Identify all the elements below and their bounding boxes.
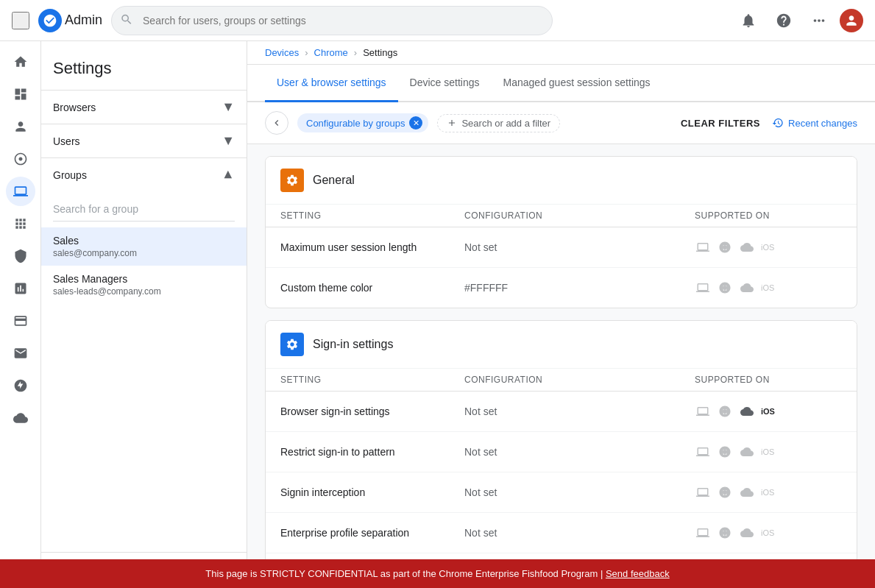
browsers-label: Browsers	[53, 102, 96, 113]
users-section-header[interactable]: Users ▼	[41, 124, 247, 157]
sidenav-reports[interactable]	[6, 274, 35, 303]
main-layout: Settings Browsers ▼ Users ▼ Groups ▼ Sal…	[0, 41, 875, 588]
ios-label: iOS	[761, 243, 774, 252]
breadcrumb-sep-2: ›	[354, 47, 357, 58]
search-input[interactable]	[111, 6, 553, 35]
filter-chip-close-button[interactable]: ✕	[409, 116, 422, 130]
confidential-text: This page is STRICTLY CONFIDENTIAL as pa…	[205, 568, 436, 579]
sidenav-support[interactable]	[6, 371, 35, 400]
cloud-icon	[739, 484, 755, 500]
table-row[interactable]: Maximum user session length Not set	[266, 227, 857, 268]
ios-label: iOS	[761, 447, 774, 456]
sidenav-email[interactable]	[6, 339, 35, 368]
signin-section-icon	[280, 333, 304, 356]
setting-value: #FFFFFF	[464, 282, 695, 294]
sidenav-devices[interactable]	[6, 177, 35, 206]
table-row[interactable]: Restrict sign-in to pattern Not set	[266, 432, 857, 472]
group-item-sales-managers[interactable]: Sales Managers sales-leads@company.com	[41, 266, 247, 304]
tab-managed-guest[interactable]: Managed guest session settings	[492, 65, 662, 102]
browsers-section-header[interactable]: Browsers ▼	[41, 90, 247, 124]
platform-icons: iOS	[695, 239, 842, 255]
sidenav-target[interactable]	[6, 144, 35, 174]
apps-button[interactable]	[804, 6, 834, 35]
add-filter-label: Search or add a filter	[461, 118, 550, 129]
sidenav-apps[interactable]	[6, 209, 35, 238]
filter-bar: Configurable by groups ✕ Search or add a…	[247, 102, 875, 144]
setting-value: Not set	[464, 241, 695, 253]
signin-settings-table: Setting Configuration Supported on Brows…	[266, 369, 857, 588]
confidential-bar: This page is STRICTLY CONFIDENTIAL as pa…	[0, 559, 875, 588]
ios-label: iOS	[761, 528, 774, 537]
platform-icons: iOS	[695, 525, 842, 541]
settings-title: Settings	[41, 41, 247, 90]
setting-name: Custom theme color	[280, 282, 464, 294]
table-row[interactable]: Signin interception Not set	[266, 472, 857, 513]
signin-col-setting: Setting	[280, 375, 464, 385]
sidenav-users[interactable]	[6, 112, 35, 141]
tabs-bar: User & browser settings Device settings …	[247, 65, 875, 102]
users-chevron-icon: ▼	[222, 133, 235, 149]
sidenav-home[interactable]	[6, 47, 35, 77]
signin-col-config: Configuration	[464, 375, 695, 385]
chromeos-icon	[717, 484, 733, 500]
sidenav-dashboard[interactable]	[6, 79, 35, 109]
ios-label: iOS	[761, 283, 774, 292]
search-icon	[120, 13, 133, 28]
table-row[interactable]: Browser sign-in settings Not set	[266, 392, 857, 432]
tab-user-browser[interactable]: User & browser settings	[265, 65, 398, 102]
sidenav-payment[interactable]	[6, 306, 35, 336]
setting-value: Not set	[464, 446, 695, 458]
chromeos-icon	[717, 239, 733, 255]
breadcrumb-devices[interactable]: Devices	[265, 47, 299, 58]
notifications-button[interactable]	[734, 6, 763, 35]
breadcrumb: Devices › Chrome › Settings	[247, 41, 875, 65]
history-icon	[772, 117, 784, 129]
general-section-title: General	[313, 174, 355, 187]
groups-section-header[interactable]: Groups ▼	[41, 157, 247, 191]
setting-name: Browser sign-in settings	[280, 405, 464, 417]
filter-chip-label: Configurable by groups	[306, 118, 405, 129]
group-email: sales@company.com	[53, 248, 235, 258]
collapse-panel-button[interactable]	[265, 111, 288, 135]
ios-label: iOS	[761, 407, 775, 416]
confidential-separator: |	[601, 568, 603, 579]
group-list: Sales sales@company.com Sales Managers s…	[41, 227, 247, 304]
setting-name: Maximum user session length	[280, 241, 464, 253]
laptop-icon	[695, 280, 711, 296]
chromeos-icon	[717, 280, 733, 296]
fishfood-link[interactable]: Chrome Enterprise Fishfood Program	[439, 568, 598, 579]
add-filter-button[interactable]: Search or add a filter	[437, 114, 560, 132]
platform-icons: iOS	[695, 484, 842, 500]
signin-title-bar: Sign-in settings	[266, 321, 857, 369]
user-avatar[interactable]	[840, 9, 863, 32]
send-feedback-button[interactable]: Send feedback	[606, 568, 670, 579]
sidenav-security[interactable]	[6, 241, 35, 271]
sidenav-cloud[interactable]	[6, 403, 35, 433]
group-item-sales[interactable]: Sales sales@company.com	[41, 227, 247, 266]
laptop-icon	[695, 525, 711, 541]
table-row[interactable]: Custom theme color #FFFFFF	[266, 268, 857, 308]
group-search-input[interactable]	[53, 197, 235, 222]
breadcrumb-sep-1: ›	[305, 47, 308, 58]
platform-icons: iOS	[695, 444, 842, 460]
group-search-container	[41, 191, 247, 227]
breadcrumb-chrome[interactable]: Chrome	[314, 47, 348, 58]
laptop-icon	[695, 403, 711, 419]
platform-icons: iOS	[695, 280, 842, 296]
menu-icon[interactable]	[12, 12, 29, 29]
chromeos-icon	[717, 525, 733, 541]
groups-chevron-icon: ▼	[222, 167, 235, 183]
general-section: General Setting Configuration Supported …	[265, 156, 857, 308]
clear-filters-button[interactable]: CLEAR FILTERS	[681, 118, 760, 129]
recent-changes-label: Recent changes	[788, 118, 857, 129]
setting-name: Enterprise profile separation	[280, 527, 464, 539]
help-button[interactable]	[769, 6, 798, 35]
ios-label: iOS	[761, 488, 774, 497]
app-logo[interactable]: Admin	[38, 9, 102, 32]
tab-device[interactable]: Device settings	[398, 65, 492, 102]
table-row[interactable]: Enterprise profile separation Not set	[266, 513, 857, 553]
chromeos-icon	[717, 403, 733, 419]
recent-changes-button[interactable]: Recent changes	[772, 117, 857, 129]
signin-table-header: Setting Configuration Supported on	[266, 369, 857, 392]
laptop-icon	[695, 444, 711, 460]
